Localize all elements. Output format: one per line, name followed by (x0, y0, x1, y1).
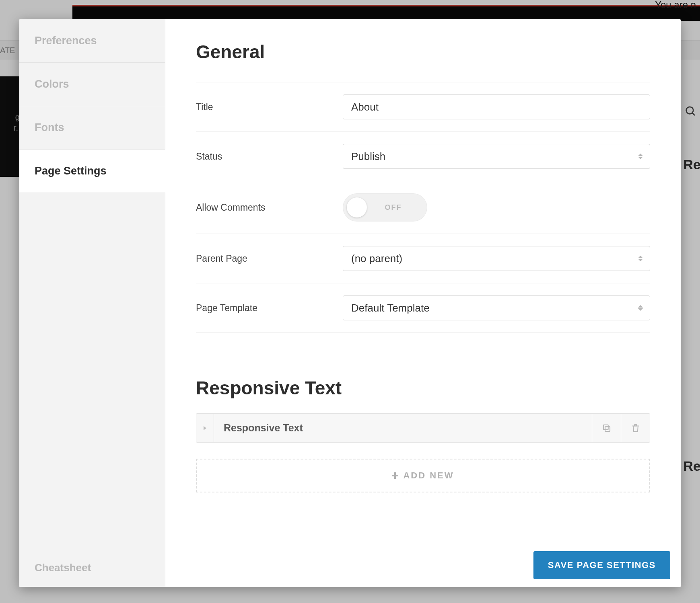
sidebar-item-label: Fonts (35, 121, 64, 134)
sidebar-item-cheatsheet[interactable]: Cheatsheet (19, 549, 165, 587)
sidebar-item-label: Preferences (35, 35, 97, 47)
status-select[interactable]: Publish (343, 144, 650, 169)
label-status: Status (196, 151, 343, 162)
duplicate-icon (601, 423, 612, 433)
sidebar-spacer (19, 193, 165, 549)
content-wrap: General Title Status Publish (165, 19, 681, 587)
toggle-state-label: OFF (367, 203, 427, 212)
row-parent-page: Parent Page (no parent) (196, 234, 650, 283)
parent-page-select-value: (no parent) (351, 252, 402, 265)
sidebar-item-page-settings[interactable]: Page Settings (19, 150, 165, 193)
svg-rect-3 (603, 425, 608, 429)
trash-icon (630, 423, 641, 433)
parent-page-select[interactable]: (no parent) (343, 246, 650, 271)
duplicate-button[interactable] (592, 414, 621, 442)
toggle-knob (347, 197, 367, 217)
label-title: Title (196, 102, 343, 113)
allow-comments-toggle[interactable]: OFF (343, 193, 427, 222)
add-new-button[interactable]: ADD NEW (196, 459, 650, 492)
row-page-template: Page Template Default Template (196, 283, 650, 333)
row-title: Title (196, 82, 650, 131)
title-input[interactable] (343, 94, 650, 119)
page-template-select[interactable]: Default Template (343, 295, 650, 320)
row-allow-comments: Allow Comments OFF (196, 181, 650, 234)
sidebar-item-colors[interactable]: Colors (19, 63, 165, 106)
modal-footer: SAVE PAGE SETTINGS (165, 543, 681, 587)
sidebar-item-fonts[interactable]: Fonts (19, 106, 165, 150)
expand-handle[interactable] (196, 414, 214, 442)
row-status: Status Publish (196, 131, 650, 181)
content-area: General Title Status Publish (165, 19, 681, 543)
label-allow-comments: Allow Comments (196, 202, 343, 213)
sidebar-item-label: Colors (35, 78, 69, 90)
svg-rect-2 (605, 427, 610, 431)
label-page-template: Page Template (196, 303, 343, 314)
delete-button[interactable] (621, 414, 650, 442)
responsive-text-row: Responsive Text (196, 413, 650, 443)
save-page-settings-button[interactable]: SAVE PAGE SETTINGS (533, 551, 670, 579)
sidebar-item-label: Page Settings (35, 165, 107, 177)
sidebar-item-preferences[interactable]: Preferences (19, 19, 165, 63)
plus-icon (392, 472, 398, 479)
sidebar-item-label: Cheatsheet (35, 562, 91, 574)
add-new-label: ADD NEW (403, 470, 454, 481)
settings-modal: Preferences Colors Fonts Page Settings C… (19, 19, 681, 587)
responsive-text-label[interactable]: Responsive Text (214, 414, 592, 442)
triangle-right-icon (204, 426, 206, 430)
page-template-select-value: Default Template (351, 302, 430, 314)
section-title-responsive: Responsive Text (196, 377, 650, 399)
settings-sidebar: Preferences Colors Fonts Page Settings C… (19, 19, 165, 587)
status-select-value: Publish (351, 150, 385, 163)
section-title-general: General (196, 41, 650, 63)
label-parent-page: Parent Page (196, 253, 343, 264)
